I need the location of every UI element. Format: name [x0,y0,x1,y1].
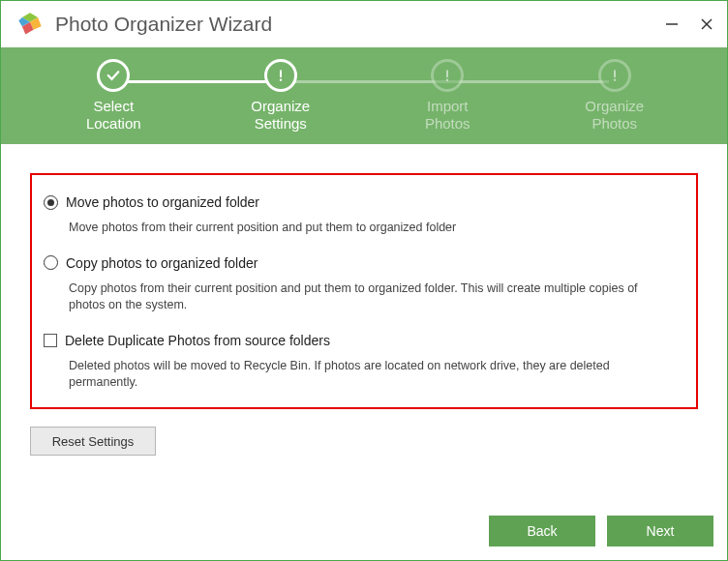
step-organize-settings: OrganizeSettings [197,59,365,133]
exclaim-icon [431,59,464,92]
reset-settings-button[interactable]: Reset Settings [30,427,156,456]
titlebar: Photo Organizer Wizard [1,1,727,47]
minimize-button[interactable] [663,15,681,33]
step-label: Select [93,98,134,114]
options-panel: Move photos to organized folder Move pho… [30,173,698,409]
step-label: Location [86,115,141,132]
window-controls [663,15,715,33]
option-delete-duplicates: Delete Duplicate Photos from source fold… [44,333,677,391]
next-button[interactable]: Next [607,516,713,546]
step-organize-photos: OrganizePhotos [531,59,699,133]
footer-buttons: Back Next [489,516,713,546]
close-button[interactable] [698,15,715,33]
step-label: Photos [592,115,637,132]
option-move: Move photos to organized folder Move pho… [44,194,677,236]
option-label: Move photos to organized folder [66,194,259,210]
step-select-location: SelectLocation [30,59,197,133]
content-area: Move photos to organized folder Move pho… [1,144,727,473]
exclaim-icon [598,59,631,92]
step-label: Import [427,98,469,114]
option-description: Deleted photos will be moved to Recycle … [69,358,677,391]
step-label: Settings [255,115,307,132]
option-label: Delete Duplicate Photos from source fold… [65,333,330,348]
exclaim-icon [264,59,297,92]
back-button[interactable]: Back [489,516,595,546]
option-copy: Copy photos to organized folder Copy pho… [44,255,677,313]
step-label: Organize [251,98,310,114]
checkbox-delete-duplicates[interactable] [44,334,57,347]
option-description: Copy photos from their current position … [69,280,677,313]
check-icon [97,59,130,92]
radio-copy[interactable] [44,255,58,270]
svg-point-8 [614,78,616,80]
app-logo-icon [16,11,44,38]
wizard-steps: SelectLocation OrganizeSettings ImportPh… [1,47,727,144]
step-label: Photos [425,115,470,132]
radio-move[interactable] [44,195,58,210]
svg-point-6 [446,78,448,80]
window-title: Photo Organizer Wizard [55,13,663,36]
option-description: Move photos from their current position … [69,220,677,236]
svg-point-4 [280,78,282,80]
step-label: Organize [585,98,644,114]
option-label: Copy photos to organized folder [66,255,258,271]
step-import-photos: ImportPhotos [364,59,531,133]
